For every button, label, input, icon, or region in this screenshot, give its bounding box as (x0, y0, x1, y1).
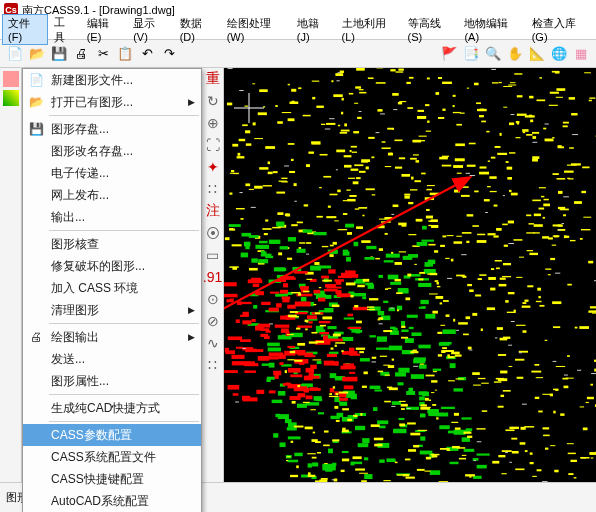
vtool-注[interactable]: 注 (204, 202, 222, 220)
menu-检查入库(G)[interactable]: 检查入库(G) (526, 14, 594, 45)
menu-item-清理图形[interactable]: 清理图形▶ (23, 299, 201, 321)
vtool-⊘[interactable]: ⊘ (204, 312, 222, 330)
menu-icon: 💾 (27, 120, 45, 138)
menu-等高线(S)[interactable]: 等高线(S) (402, 14, 459, 45)
menu-label: 图形存盘... (51, 121, 109, 138)
menu-item-CASS参数配置[interactable]: CASS参数配置 (23, 424, 201, 446)
menu-item-加入 CASS 环境[interactable]: 加入 CASS 环境 (23, 277, 201, 299)
globe-icon[interactable]: 🌐 (549, 44, 569, 64)
new-icon[interactable]: 📄 (5, 44, 25, 64)
menu-数据(D)[interactable]: 数据(D) (174, 14, 221, 45)
menu-label: CASS快捷键配置 (51, 471, 144, 488)
menu-label: 修复破坏的图形... (51, 258, 145, 275)
menu-item-网上发布...[interactable]: 网上发布... (23, 184, 201, 206)
menu-label: CASS系统配置文件 (51, 449, 156, 466)
menu-item-AutoCAD系统配置[interactable]: AutoCAD系统配置 (23, 490, 201, 512)
submenu-arrow-icon: ▶ (188, 332, 195, 342)
vtool-⊕[interactable]: ⊕ (204, 114, 222, 132)
palette-pink-icon[interactable] (3, 71, 19, 87)
menu-label: 图形核查 (51, 236, 99, 253)
file-menu-dropdown[interactable]: 📄新建图形文件...📂打开已有图形...▶💾图形存盘...图形改名存盘...电子… (22, 68, 202, 512)
pan-icon[interactable]: ✋ (505, 44, 525, 64)
vtool-⊙[interactable]: ⊙ (204, 290, 222, 308)
vtool-✦[interactable]: ✦ (204, 158, 222, 176)
menu-绘图处理(W)[interactable]: 绘图处理(W) (221, 14, 291, 45)
open-icon[interactable]: 📂 (27, 44, 47, 64)
menu-label: 绘图输出 (51, 329, 99, 346)
menu-label: 电子传递... (51, 165, 109, 182)
menu-地籍(J)[interactable]: 地籍(J) (291, 14, 336, 45)
menu-item-新建图形文件...[interactable]: 📄新建图形文件... (23, 69, 201, 91)
menu-item-图形核查[interactable]: 图形核查 (23, 233, 201, 255)
menu-icon: 📄 (27, 71, 45, 89)
menu-icon: 🖨 (27, 328, 45, 346)
menu-item-发送...[interactable]: 发送... (23, 348, 201, 370)
menu-label: AutoCAD系统配置 (51, 493, 149, 510)
menu-label: 发送... (51, 351, 85, 368)
drawing-canvas[interactable] (224, 68, 596, 482)
submenu-arrow-icon: ▶ (188, 97, 195, 107)
vtool-∿[interactable]: ∿ (204, 334, 222, 352)
menu-item-输出...[interactable]: 输出... (23, 206, 201, 228)
vtool-▭[interactable]: ▭ (204, 246, 222, 264)
menu-label: 网上发布... (51, 187, 109, 204)
menu-编辑(E)[interactable]: 编辑(E) (81, 14, 128, 45)
menu-文件(F)[interactable]: 文件(F) (2, 14, 48, 45)
flag-icon[interactable]: 🚩 (439, 44, 459, 64)
menu-item-CASS快捷键配置[interactable]: CASS快捷键配置 (23, 468, 201, 490)
vtool-∷[interactable]: ∷ (204, 180, 222, 198)
vtool-⛶[interactable]: ⛶ (204, 136, 222, 154)
annotation-arrow-icon (224, 168, 479, 348)
menu-item-打开已有图形...[interactable]: 📂打开已有图形...▶ (23, 91, 201, 113)
left-palette (0, 68, 22, 482)
svg-line-1 (224, 178, 469, 328)
menu-label: 图形属性... (51, 373, 109, 390)
grid-icon[interactable]: ▦ (571, 44, 591, 64)
menu-label: 输出... (51, 209, 85, 226)
vtool-.91[interactable]: .91 (204, 268, 222, 286)
copy-icon[interactable]: 📋 (115, 44, 135, 64)
vtool-⦿[interactable]: ⦿ (204, 224, 222, 242)
menu-item-修复破坏的图形...[interactable]: 修复破坏的图形... (23, 255, 201, 277)
menu-label: 打开已有图形... (51, 94, 133, 111)
menu-item-绘图输出[interactable]: 🖨绘图输出▶ (23, 326, 201, 348)
palette-green-icon[interactable] (3, 90, 19, 106)
menu-item-图形属性...[interactable]: 图形属性... (23, 370, 201, 392)
menu-label: CASS参数配置 (51, 427, 132, 444)
vtool-∷[interactable]: ∷ (204, 356, 222, 374)
menu-地物编辑(A)[interactable]: 地物编辑(A) (458, 14, 525, 45)
undo-icon[interactable]: ↶ (137, 44, 157, 64)
menu-item-电子传递...[interactable]: 电子传递... (23, 162, 201, 184)
menu-item-生成纯CAD快捷方式[interactable]: 生成纯CAD快捷方式 (23, 397, 201, 419)
layer-icon[interactable]: 📑 (461, 44, 481, 64)
measure-icon[interactable]: 📐 (527, 44, 547, 64)
menu-item-图形存盘...[interactable]: 💾图形存盘... (23, 118, 201, 140)
redo-icon[interactable]: ↷ (159, 44, 179, 64)
menu-显示(V)[interactable]: 显示(V) (127, 14, 174, 45)
save-icon[interactable]: 💾 (49, 44, 69, 64)
menu-item-CASS系统配置文件[interactable]: CASS系统配置文件 (23, 446, 201, 468)
menu-label: 新建图形文件... (51, 72, 133, 89)
menu-label: 图形改名存盘... (51, 143, 133, 160)
zoom-icon[interactable]: 🔍 (483, 44, 503, 64)
menu-item-图形改名存盘...[interactable]: 图形改名存盘... (23, 140, 201, 162)
menu-label: 加入 CASS 环境 (51, 280, 138, 297)
menu-label: 生成纯CAD快捷方式 (51, 400, 160, 417)
menu-label: 清理图形 (51, 302, 99, 319)
cut-icon[interactable]: ✂ (93, 44, 113, 64)
vertical-toolbar[interactable]: 重↻⊕⛶✦∷注⦿▭.91⊙⊘∿∷ (202, 68, 224, 482)
menu-工具[interactable]: 工具 (48, 13, 81, 47)
menu-土地利用(L)[interactable]: 土地利用(L) (336, 14, 402, 45)
menu-icon: 📂 (27, 93, 45, 111)
vtool-重[interactable]: 重 (204, 70, 222, 88)
submenu-arrow-icon: ▶ (188, 305, 195, 315)
vtool-↻[interactable]: ↻ (204, 92, 222, 110)
menu-bar[interactable]: 文件(F)工具编辑(E)显示(V)数据(D)绘图处理(W)地籍(J)土地利用(L… (0, 20, 596, 40)
print-icon[interactable]: 🖨 (71, 44, 91, 64)
